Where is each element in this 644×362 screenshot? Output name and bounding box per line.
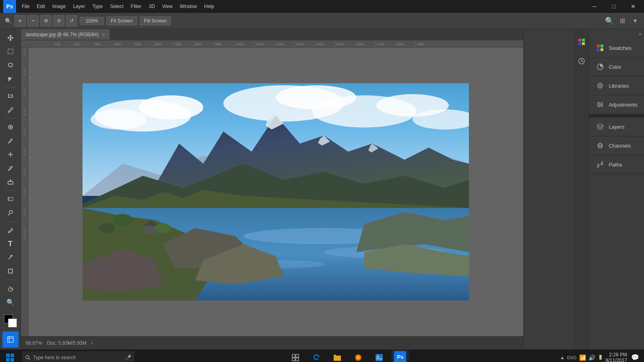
status-expand-arrow[interactable]: ›	[91, 340, 93, 346]
wifi-icon[interactable]: 📶	[579, 354, 586, 361]
color-icon	[596, 62, 605, 71]
menu-image[interactable]: Image	[49, 2, 69, 11]
svg-point-36	[99, 223, 115, 233]
menu-help[interactable]: Help	[201, 2, 217, 11]
start-button[interactable]	[0, 350, 20, 362]
notification-icon[interactable]: ▲	[560, 355, 565, 360]
svg-rect-77	[296, 358, 299, 361]
maximize-button[interactable]: □	[605, 0, 623, 13]
menu-edit[interactable]: Edit	[33, 2, 48, 11]
svg-rect-40	[582, 39, 585, 41]
landscape-svg	[83, 83, 469, 300]
taskview-button[interactable]	[287, 350, 304, 362]
fill-zoom-icon[interactable]: ⊟	[53, 15, 64, 27]
libraries-panel-icon[interactable]	[574, 54, 589, 68]
ruler-h-mark: 1300	[295, 42, 315, 47]
rotate-icon[interactable]: ↺	[66, 15, 77, 27]
menu-filter[interactable]: Filter	[128, 2, 145, 11]
color-panel[interactable]: Color	[589, 58, 644, 76]
fill-screen-button[interactable]: Fill Screen	[140, 16, 171, 25]
zoom-input[interactable]: 100%	[80, 17, 104, 25]
swatches-header[interactable]: Swatches	[589, 39, 644, 57]
svg-rect-69	[10, 354, 14, 357]
ps-taskbar-icon: Ps	[394, 351, 406, 362]
svg-rect-0	[8, 49, 13, 54]
menu-window[interactable]: Window	[177, 2, 200, 11]
firefox-button[interactable]	[349, 350, 367, 362]
volume-icon[interactable]: 🔊	[588, 354, 595, 361]
search-icon[interactable]: 🔍	[604, 15, 615, 27]
fit-screen-button[interactable]: Fit Screen	[106, 16, 137, 25]
zoom-in-icon[interactable]: +	[14, 15, 26, 27]
menu-type[interactable]: Type	[89, 2, 106, 11]
zoom-dropdown-icon[interactable]: 🔍	[3, 16, 13, 26]
menu-layer[interactable]: Layer	[70, 2, 88, 11]
zoom-tool[interactable]: 🔍	[4, 296, 17, 309]
history-brush-tool[interactable]	[4, 162, 17, 175]
color-header[interactable]: Color	[589, 58, 644, 76]
pen-tool[interactable]	[4, 224, 17, 237]
marquee-tool[interactable]	[4, 45, 17, 58]
explorer-button[interactable]	[328, 350, 346, 362]
slice-select-tool[interactable]	[2, 331, 19, 348]
tab-close-button[interactable]: ×	[102, 31, 105, 38]
taskbar-search[interactable]: Type here to search 🎤	[22, 351, 134, 362]
fit-screen-zoom-icon[interactable]: ⊞	[40, 15, 52, 27]
svg-point-50	[599, 85, 601, 86]
menu-bar: File Edit Image Layer Type Select Filter…	[19, 2, 217, 11]
minimize-button[interactable]: ─	[585, 0, 604, 13]
channels-header[interactable]: Channels	[589, 136, 644, 155]
svg-point-35	[155, 223, 171, 233]
ruler-h-mark: 1400	[315, 42, 335, 47]
shape-tool[interactable]	[4, 265, 17, 278]
lasso-tool[interactable]	[4, 59, 17, 72]
menu-file[interactable]: File	[19, 2, 33, 11]
magic-wand-tool[interactable]	[4, 72, 17, 85]
eraser-tool[interactable]	[4, 175, 17, 188]
taskbar-time[interactable]: 2:28 PM 8/11/2017	[606, 352, 627, 362]
workspace-icon[interactable]: ▾	[630, 15, 641, 27]
libraries-panel[interactable]: Libraries	[589, 76, 644, 95]
zoom-out-icon[interactable]: −	[27, 15, 39, 27]
hand-tool[interactable]	[4, 282, 17, 295]
background-color[interactable]	[8, 319, 17, 327]
channels-panel[interactable]: Channels	[589, 136, 644, 155]
collapse-panel-icon[interactable]: »	[638, 31, 642, 37]
adjustments-panel[interactable]: Adjustments	[589, 95, 644, 114]
close-button[interactable]: ✕	[624, 0, 642, 13]
healing-brush-tool[interactable]	[4, 121, 17, 134]
menu-select[interactable]: Select	[107, 2, 126, 11]
gradient-tool[interactable]	[4, 193, 17, 206]
paths-panel[interactable]: Paths	[589, 155, 644, 174]
path-select-tool[interactable]	[4, 251, 17, 264]
brush-tool[interactable]	[4, 134, 17, 147]
layers-header[interactable]: Layers	[589, 117, 644, 136]
clone-stamp-tool[interactable]	[4, 148, 17, 161]
adjustments-header[interactable]: Adjustments	[589, 95, 644, 114]
layers-panel[interactable]: Layers	[589, 117, 644, 136]
move-tool[interactable]	[4, 31, 17, 44]
ruler-h-mark: 1000	[234, 42, 254, 47]
canvas-image[interactable]	[83, 83, 469, 300]
foreground-background-colors[interactable]	[4, 315, 17, 327]
edge-button[interactable]	[308, 350, 325, 362]
photos-button[interactable]	[370, 350, 388, 362]
svg-point-72	[26, 356, 29, 359]
screen-mode-icon[interactable]: ⊞	[617, 15, 628, 27]
canvas-viewport[interactable]	[28, 47, 523, 336]
paths-header[interactable]: Paths	[589, 155, 644, 174]
libraries-header[interactable]: Libraries	[589, 76, 644, 95]
dodge-tool[interactable]	[4, 206, 17, 219]
photoshop-taskbar-button[interactable]: Ps	[391, 350, 409, 362]
action-center-icon[interactable]: 💬	[630, 354, 641, 361]
battery-icon[interactable]: 🔋	[598, 355, 603, 360]
swatches-panel-icon[interactable]	[574, 35, 589, 49]
active-tab[interactable]: landscape.jpg @ 66.7% (RGB/8#) ×	[21, 29, 110, 40]
menu-3d[interactable]: 3D	[145, 2, 158, 11]
eyedropper-tool[interactable]	[4, 103, 17, 116]
keyboard-icon[interactable]: ENG	[567, 355, 577, 360]
swatches-panel[interactable]: Swatches	[589, 39, 644, 58]
menu-view[interactable]: View	[159, 2, 176, 11]
crop-tool[interactable]	[4, 90, 17, 103]
type-tool[interactable]: T	[4, 237, 17, 250]
